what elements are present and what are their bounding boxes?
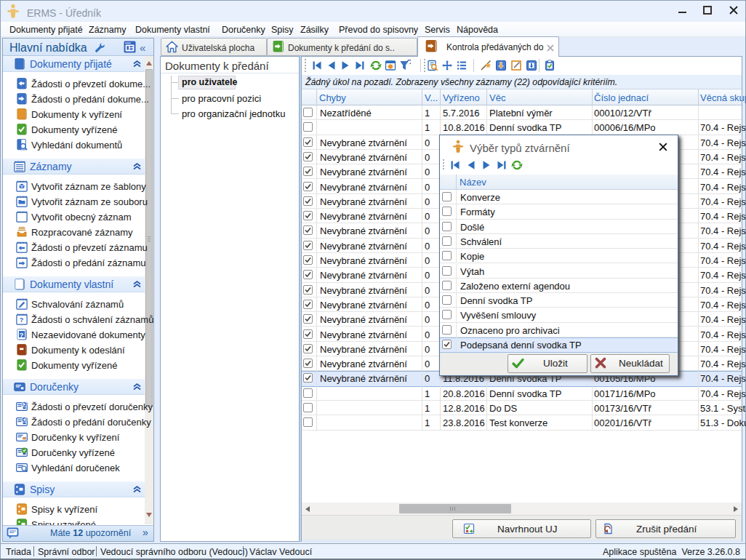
svg-text:?: ? <box>20 316 24 324</box>
svg-text:?: ? <box>20 332 24 339</box>
